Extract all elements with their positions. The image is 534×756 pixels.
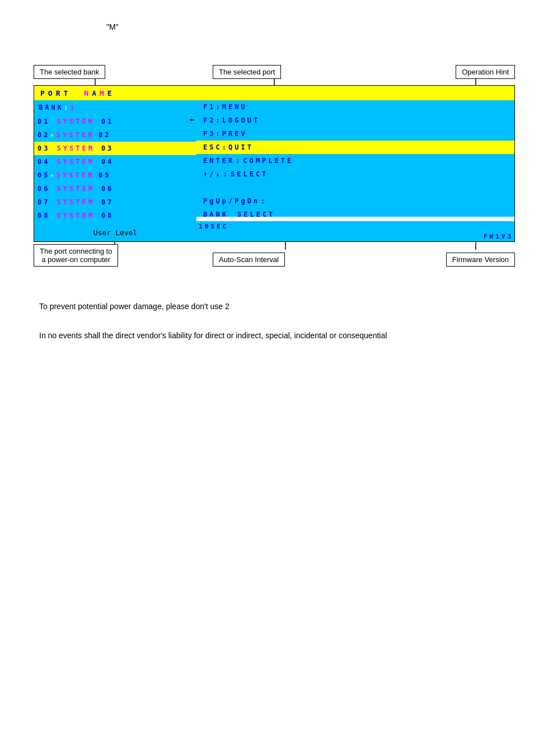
operation-hint-label-box: Operation Hint <box>456 65 515 79</box>
right-row-enter: E N T E R : C O M P L E T E <box>202 154 292 167</box>
user-level-section: User Level <box>34 222 196 242</box>
bottom-text-section: To prevent potential power damage, pleas… <box>34 300 500 342</box>
port-connecting-label: The port connecting to a power-on comput… <box>34 244 118 267</box>
port-letter-e: E <box>107 89 112 97</box>
port-connecting-label-box: The port connecting to a power-on comput… <box>34 244 118 267</box>
firmware-label: Firmware Version <box>446 253 515 267</box>
diagram-container: The selected bank The selected port Oper… <box>34 65 515 267</box>
bank-k: K <box>58 104 62 111</box>
left-row-01: 0 1 S Y S T E M 0 1 <box>34 115 113 128</box>
right-row-f3: F 3 : P R E V <box>202 127 246 141</box>
autoscan-label: Auto-Scan Interval <box>213 253 285 267</box>
right-row-f2: F 2 : L O G O U T <box>202 114 259 127</box>
left-row-04: 0 4 S Y S T E M 0 4 <box>34 155 113 169</box>
port-letter-r: R <box>56 89 60 97</box>
autoscan-label-box: Auto-Scan Interval <box>213 253 285 267</box>
left-row-07: 0 7 S Y S T E M 0 7 <box>34 195 113 209</box>
right-row-bank-select: B A N K S E L E C T <box>202 208 274 221</box>
liability-text: In no events shall the direct vendor's l… <box>39 329 495 342</box>
port-letter-p: P <box>40 89 45 97</box>
right-row-pgup: P g U p / P g D n : <box>202 194 267 208</box>
right-row-arrows: ↑ / ↓ : S E L E C T <box>202 167 267 181</box>
operation-hint-label: Operation Hint <box>456 65 515 79</box>
selected-port-label: The selected port <box>213 65 281 79</box>
port-letter-n: N <box>84 89 88 97</box>
bank-a: A <box>45 104 49 111</box>
selected-port-label-box: The selected port <box>213 65 281 79</box>
left-row-08: 0 8 S Y S T E M 0 8 <box>34 209 113 222</box>
port-letter-t: T <box>63 89 68 97</box>
left-row-06: 0 6 S Y S T E M 0 6 <box>34 182 113 195</box>
power-damage-warning: To prevent potential power damage, pleas… <box>39 300 495 312</box>
sec-row-bg <box>196 221 515 241</box>
bank-num: 1 <box>70 104 74 111</box>
arrow-indicator: ← <box>190 115 194 124</box>
firmware-label-box: Firmware Version <box>446 253 515 267</box>
screen-block: P O R T N A M E B A N K : 1 <box>34 85 515 242</box>
left-row-02: 0 2 ✳ S Y S T E M 0 2 <box>34 128 110 142</box>
left-row-05: 0 5 ✳ S Y S T E M 0 5 <box>34 169 110 182</box>
bank-n: N <box>51 104 55 111</box>
selected-bank-label: The selected bank <box>34 65 105 79</box>
fw-version-row: F W 1 V 3 <box>483 231 512 241</box>
m-label: "M" <box>106 22 500 31</box>
port-letter-m: M <box>100 89 104 97</box>
yellow-header-row: P O R T N A M E <box>34 86 515 100</box>
bank-b: B <box>39 104 43 111</box>
bank-colon: : <box>64 104 68 111</box>
port-letter-o: O <box>48 89 53 97</box>
port-letter-a: A <box>92 89 96 97</box>
sec-row: 1 0 S E C <box>198 221 227 231</box>
right-row-esc: E S C : Q U I T <box>202 141 252 154</box>
selected-bank-label-box: The selected bank <box>34 65 105 79</box>
bank-row: B A N K : 1 <box>34 100 75 115</box>
user-level-text: User Level <box>93 228 137 237</box>
left-row-03: 0 3 S Y S T E M 0 3 <box>34 142 113 155</box>
right-row-f1: F 1 : M E N U <box>202 100 246 114</box>
